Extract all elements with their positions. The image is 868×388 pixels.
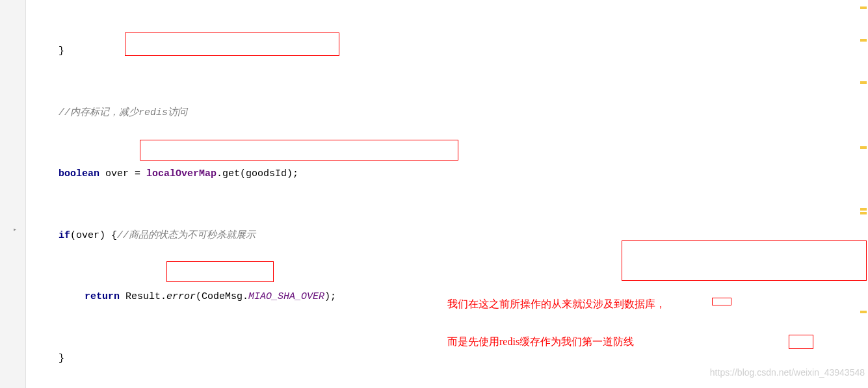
warning-marker-icon[interactable] — [860, 311, 867, 313]
keyword-return: return — [85, 291, 120, 302]
code-line[interactable]: //内存标记，减少redis访问 — [26, 103, 868, 123]
code-text: (CodeMsg. — [196, 291, 248, 302]
code-text: over = — [99, 168, 146, 179]
code-line[interactable]: if(over) {//商品的状态为不可秒杀就展示 — [26, 226, 868, 246]
keyword-boolean: boolean — [59, 168, 99, 179]
code-text: Result. — [120, 291, 166, 302]
code-text: ); — [324, 291, 336, 302]
annotation-text: 而是先使用redis缓存作为我们第一道防线 — [447, 331, 634, 352]
warning-marker-icon[interactable] — [860, 212, 867, 214]
brace: } — [59, 45, 64, 57]
warning-marker-icon[interactable] — [860, 39, 867, 42]
watermark-text: https://blog.csdn.net/weixin_43943548 — [710, 363, 865, 383]
code-line[interactable]: boolean over = localOverMap.get(goodsId)… — [26, 164, 868, 185]
warning-marker-icon[interactable] — [860, 6, 867, 9]
warning-marker-icon[interactable] — [860, 146, 867, 149]
fold-marker-icon[interactable]: ▸ — [13, 220, 22, 229]
constant-ref: MIAO_SHA_OVER — [248, 291, 324, 302]
method-call: error — [166, 291, 196, 302]
brace: } — [59, 353, 64, 364]
code-text: (over) { — [70, 230, 117, 241]
comment: //内存标记，减少redis访问 — [59, 107, 187, 118]
code-text: .get(goodsId); — [217, 168, 298, 179]
warning-marker-icon[interactable] — [860, 81, 867, 84]
editor-marker-strip[interactable] — [860, 0, 868, 388]
warning-marker-icon[interactable] — [860, 208, 867, 211]
comment: //商品的状态为不可秒杀就展示 — [117, 230, 256, 241]
code-line[interactable]: } — [26, 41, 868, 62]
annotation-text: 我们在这之前所操作的从来就没涉及到数据库， — [447, 294, 666, 315]
code-editor[interactable]: } //内存标记，减少redis访问 boolean over = localO… — [26, 0, 868, 388]
keyword-if: if — [59, 230, 70, 241]
field-ref: localOverMap — [146, 168, 217, 179]
editor-gutter: ▸ — [0, 0, 26, 388]
